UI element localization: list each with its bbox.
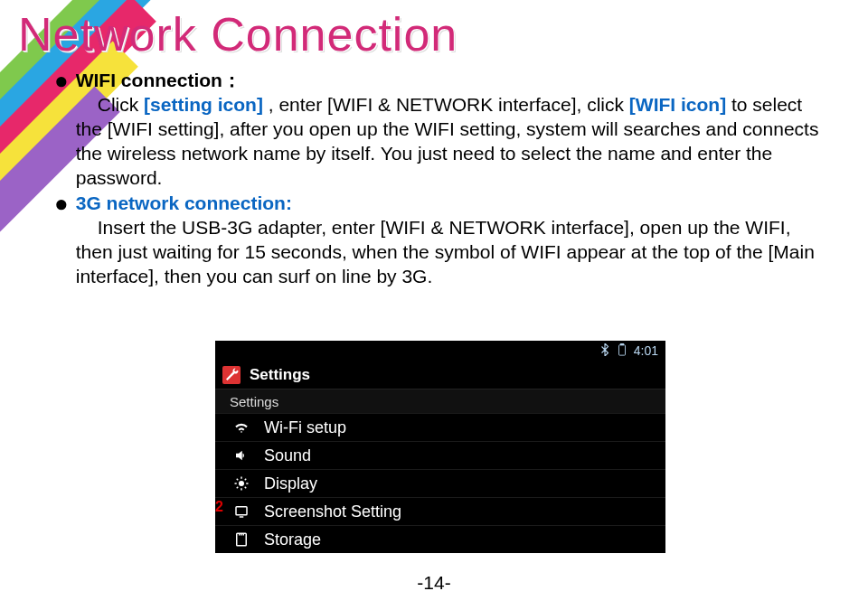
status-clock: 4:01 [634,343,658,358]
svg-point-2 [239,481,244,486]
display-icon [231,475,251,492]
svg-line-10 [245,479,247,481]
storage-icon [231,531,251,548]
svg-rect-12 [240,516,244,518]
svg-rect-16 [243,533,245,535]
battery-icon [618,343,627,359]
svg-rect-1 [620,343,624,345]
row-label: Display [264,474,317,493]
section-heading-3g: 3G network connection: [76,192,292,213]
bullet-dot-icon: ● [54,69,69,190]
sound-icon [231,447,251,464]
body-text: ● WIFI connection： Click [setting icon] … [54,69,832,291]
settings-row-wifi[interactable]: Wi-Fi setup [215,413,665,441]
settings-topbar: Settings [215,361,665,389]
screenshot-icon [231,503,251,520]
link-wifi-icon: [WIFI icon] [629,94,726,115]
wrench-icon [222,366,241,384]
section-heading-wifi: WIFI connection： [76,70,241,90]
svg-rect-0 [618,344,625,354]
page-title: Network Connection [18,7,458,61]
svg-rect-11 [236,507,247,515]
topbar-title: Settings [250,366,310,384]
row-label: Storage [264,530,321,549]
svg-rect-14 [239,533,241,535]
android-screenshot: 4:01 Settings Settings Wi-Fi setup Sound [215,341,665,553]
wifi-icon [231,419,251,436]
row-label: Screenshot Setting [264,502,401,521]
svg-rect-15 [241,533,242,535]
svg-line-7 [237,479,239,481]
settings-row-storage[interactable]: Storage [215,525,665,553]
bluetooth-icon [599,343,610,359]
row-label: Wi-Fi setup [264,418,346,437]
svg-line-9 [237,487,239,489]
page-number: -14- [0,572,868,594]
settings-row-sound[interactable]: Sound [215,441,665,469]
section-label: Settings [215,389,665,413]
settings-row-display[interactable]: Display [215,469,665,497]
link-setting-icon: [setting icon] [144,94,263,115]
row-label: Sound [264,446,311,465]
text: , enter [WIFI & NETWORK interface], clic… [269,94,629,115]
text: Click [98,94,144,115]
settings-row-screenshot[interactable]: Screenshot Setting [215,497,665,525]
text: Insert the USB-3G adapter, enter [WIFI &… [76,217,815,286]
bullet-dot-icon: ● [54,192,69,289]
corner-number: 2 [215,499,223,515]
svg-line-8 [245,487,247,489]
status-bar: 4:01 [215,341,665,361]
